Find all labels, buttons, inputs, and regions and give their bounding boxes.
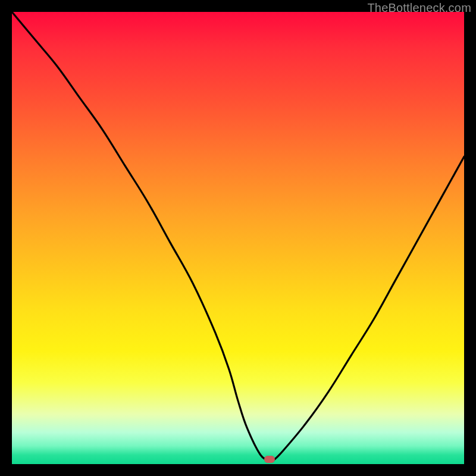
curve-svg [12,12,464,464]
bottleneck-curve [12,12,464,461]
optimal-point-marker [264,456,275,463]
chart-container: TheBottleneck.com [0,0,476,476]
plot-area [12,12,464,464]
